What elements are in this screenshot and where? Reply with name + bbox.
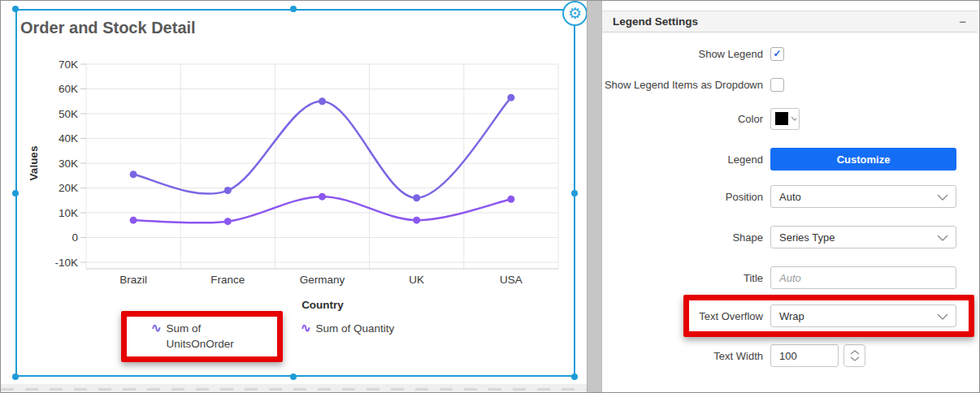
customize-button[interactable]: Customize <box>770 148 956 171</box>
text-overflow-value: Wrap <box>779 310 804 322</box>
row-position: Position Auto <box>602 185 978 208</box>
legend-items-dropdown-label: Show Legend Items as Dropdown <box>602 79 763 91</box>
selection-handle-bottom-left[interactable] <box>12 374 19 380</box>
row-title: Title <box>602 266 978 289</box>
selection-handle-left-mid[interactable] <box>12 190 19 196</box>
dashboard-canvas[interactable]: Order and Stock Detail 70K60K50K40K30K20… <box>1 1 602 393</box>
selection-handle-bottom-right[interactable] <box>571 374 578 380</box>
panel-divider[interactable] <box>587 1 602 393</box>
chevron-down-icon <box>937 235 948 242</box>
shape-value: Series Type <box>779 231 835 244</box>
show-legend-checkbox[interactable]: ✓ <box>770 47 784 61</box>
row-text-overflow: Text Overflow Wrap <box>602 304 978 327</box>
color-swatch <box>775 112 788 125</box>
legend-items-dropdown-checkbox[interactable] <box>770 78 784 92</box>
shape-label: Shape <box>602 231 763 244</box>
gear-icon: ⚙ <box>568 6 582 21</box>
title-input[interactable] <box>770 266 956 289</box>
text-width-spinner <box>843 344 865 367</box>
show-legend-label: Show Legend <box>602 48 763 60</box>
collapse-minus-icon[interactable]: − <box>959 15 978 28</box>
spinner-down-button[interactable] <box>850 356 860 361</box>
color-picker[interactable] <box>770 108 800 130</box>
legend-label: Legend <box>602 153 763 166</box>
chevron-down-icon <box>937 194 948 201</box>
shape-dropdown[interactable]: Series Type <box>770 226 956 248</box>
panel-header[interactable]: Legend Settings − <box>602 11 978 32</box>
text-overflow-label: Text Overflow <box>602 310 763 322</box>
dashboard-designer: Order and Stock Detail 70K60K50K40K30K20… <box>0 0 980 393</box>
row-text-width: Text Width <box>602 344 978 367</box>
selection-handle-top-mid[interactable] <box>290 6 297 12</box>
row-shape: Shape Series Type <box>602 226 978 248</box>
row-legend: Legend Customize <box>602 148 978 171</box>
canvas-grid-strip <box>1 384 602 393</box>
spinner-up-button[interactable] <box>850 350 860 355</box>
row-color: Color <box>602 107 978 130</box>
text-overflow-dropdown[interactable]: Wrap <box>770 304 956 327</box>
selection-frame <box>15 9 575 377</box>
widget-settings-button[interactable]: ⚙ <box>562 1 588 26</box>
row-show-legend: Show Legend ✓ <box>602 42 978 65</box>
properties-panel: Legend Settings − Show Legend ✓ Show Leg… <box>602 1 978 393</box>
title-label: Title <box>602 272 763 284</box>
chevron-down-icon <box>937 313 948 321</box>
chevron-down-icon <box>791 116 796 121</box>
position-dropdown[interactable]: Auto <box>770 185 956 208</box>
row-legend-items-dropdown: Show Legend Items as Dropdown <box>602 73 978 96</box>
position-label: Position <box>602 191 763 203</box>
text-width-label: Text Width <box>602 350 763 362</box>
text-width-input[interactable] <box>770 344 839 367</box>
selection-handle-top-left[interactable] <box>12 6 19 12</box>
color-label: Color <box>602 113 763 125</box>
selection-handle-bottom-mid[interactable] <box>290 374 297 380</box>
selection-handle-right-mid[interactable] <box>571 190 578 196</box>
panel-header-title: Legend Settings <box>602 15 959 28</box>
position-value: Auto <box>779 191 801 203</box>
